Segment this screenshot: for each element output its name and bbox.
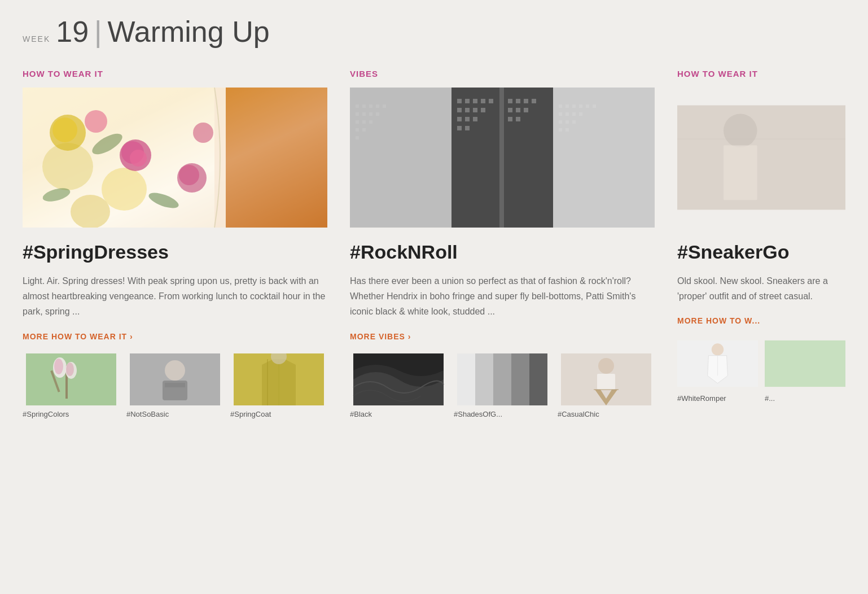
thumb-label-spring-colors: #SpringColors	[23, 410, 120, 418]
description-spring: Light. Air. Spring dresses! With peak sp…	[23, 273, 327, 320]
thumb-label-spring-coat: #SpringCoat	[230, 410, 327, 418]
thumb-not-so-basic[interactable]: #NotSoBasic	[126, 353, 223, 418]
svg-point-99	[598, 358, 614, 374]
thumb-black[interactable]: #Black	[350, 353, 447, 418]
svg-rect-95	[493, 353, 511, 405]
section-label-vibes: VIBES	[350, 69, 655, 78]
thumb-label-casual-chic: #CasualChic	[558, 410, 655, 418]
hashtag-title-sneaker: #SneakerGo	[677, 241, 845, 263]
main-image-bw	[350, 88, 655, 228]
svg-rect-97	[529, 353, 547, 405]
svg-rect-104	[724, 145, 757, 200]
svg-point-103	[724, 114, 757, 148]
thumb-label-shades: #ShadesOfG...	[454, 410, 551, 418]
thumb-casual-chic[interactable]: #CasualChic	[558, 353, 655, 418]
thumb-shades[interactable]: #ShadesOfG...	[454, 353, 551, 418]
floral-image-svg	[23, 88, 327, 228]
thumb-label-not-so-basic: #NotSoBasic	[126, 410, 223, 418]
thumb-label-black: #Black	[350, 410, 447, 418]
svg-rect-108	[765, 340, 845, 387]
svg-rect-100	[597, 374, 615, 390]
main-image-floral	[23, 88, 327, 228]
hashtag-title-spring: #SpringDresses	[23, 241, 327, 263]
main-image-partial	[677, 88, 845, 228]
svg-rect-94	[475, 353, 493, 405]
thumb-extra[interactable]: #...	[765, 338, 845, 403]
thumb-img-casual-chic	[558, 353, 655, 405]
more-vibes-link[interactable]: MORE VIBES ›	[350, 332, 655, 341]
thumb-spring-coat[interactable]: #SpringCoat	[230, 353, 327, 418]
thumb-row-col3: #WhiteRomper #...	[677, 338, 845, 403]
thumb-label-extra: #...	[765, 394, 845, 403]
more-how-to-wear-2-link[interactable]: MORE HOW TO W...	[677, 316, 845, 325]
svg-rect-96	[511, 353, 529, 405]
week-number: 19	[56, 17, 89, 46]
svg-rect-93	[457, 353, 475, 405]
col-how-to-wear-it: HOW TO WEAR IT	[23, 69, 327, 418]
svg-point-17	[193, 123, 213, 143]
thumb-row-col2: #Black #ShadesOfG..	[350, 353, 655, 418]
thumb-img-spring-colors	[23, 353, 120, 405]
bw-jacket-svg	[350, 88, 655, 228]
svg-point-8	[130, 150, 147, 167]
thumb-img-not-so-basic	[126, 353, 223, 405]
week-label: WEEK	[23, 34, 50, 43]
hashtag-title-rock: #RockNRoll	[350, 241, 655, 263]
section-label-how-to-wear-2: HOW TO WEAR IT	[677, 69, 845, 78]
week-header: WEEK 19 | Warming Up	[23, 17, 845, 46]
col-how-to-wear-it-2: HOW TO WEAR IT #SneakerGo Old skool. New…	[677, 69, 845, 418]
page-wrapper: WEEK 19 | Warming Up HOW TO WEAR IT	[0, 0, 868, 594]
col-vibes: VIBES	[350, 69, 655, 418]
svg-rect-1	[214, 88, 327, 228]
svg-point-27	[165, 360, 185, 381]
svg-rect-29	[165, 383, 185, 387]
svg-rect-25	[26, 353, 116, 405]
thumb-img-black	[350, 353, 447, 405]
svg-rect-90	[350, 88, 655, 228]
description-rock: Has there ever been a union so perfect a…	[350, 273, 655, 320]
thumb-spring-colors[interactable]: #SpringColors	[23, 353, 120, 418]
partial-image-svg	[677, 88, 845, 228]
page-title: Warming Up	[108, 17, 270, 46]
svg-point-16	[85, 110, 107, 133]
svg-point-10	[52, 117, 77, 142]
thumb-img-extra	[765, 338, 845, 390]
thumb-img-spring-coat	[230, 353, 327, 405]
section-label-how-to-wear: HOW TO WEAR IT	[23, 69, 327, 78]
thumb-img-white-romper	[677, 338, 758, 390]
content-columns: HOW TO WEAR IT	[23, 69, 845, 418]
thumb-row-col1: #SpringColors #NotSoBasic	[23, 353, 327, 418]
description-sneaker: Old skool. New skool. Sneakers are a 'pr…	[677, 273, 845, 304]
svg-point-5	[71, 195, 110, 228]
svg-point-4	[102, 168, 147, 211]
more-how-to-wear-link[interactable]: MORE HOW TO WEAR IT ›	[23, 332, 327, 341]
svg-point-106	[712, 344, 724, 356]
svg-rect-102	[677, 106, 845, 210]
svg-point-12	[179, 165, 199, 185]
thumb-white-romper[interactable]: #WhiteRomper	[677, 338, 758, 403]
thumb-label-white-romper: #WhiteRomper	[677, 394, 758, 403]
week-divider: |	[94, 17, 102, 46]
thumb-img-shades	[454, 353, 551, 405]
